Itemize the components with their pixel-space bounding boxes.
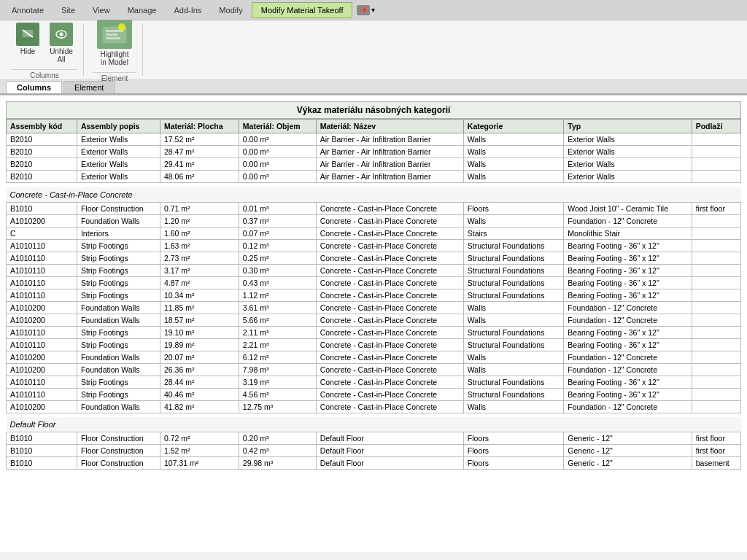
table-row[interactable]: A1010110Strip Footings1.63 m²0.12 m³Conc… bbox=[7, 239, 741, 252]
cell-kategorie: Structural Foundations bbox=[463, 376, 564, 388]
table-row[interactable]: A1010110Strip Footings28.44 m²3.19 m³Con… bbox=[7, 376, 741, 388]
cell-podlazi bbox=[692, 363, 740, 376]
cell-assembly_kod: C bbox=[7, 227, 77, 239]
cell-plocha: 3.17 m² bbox=[160, 264, 239, 276]
ribbon: Annotate Site View Manage Add-Ins Modify… bbox=[0, 0, 747, 96]
cell-assembly_popis: Strip Footings bbox=[77, 338, 160, 351]
table-row[interactable]: A1010200Foundation Walls11.85 m²3.61 m³C… bbox=[7, 301, 741, 314]
cell-plocha: 4.87 m² bbox=[160, 276, 239, 289]
table-row[interactable]: A1010200Foundation Walls20.07 m²6.12 m³C… bbox=[7, 351, 741, 363]
cell-nazev: Concrete - Cast-in-Place Concrete bbox=[316, 252, 463, 264]
col-assembly-popis: Assembly popis bbox=[77, 120, 160, 133]
cell-plocha: 1.60 m² bbox=[160, 227, 239, 239]
table-row[interactable]: A1010200Foundation Walls41.82 m²12.75 m³… bbox=[7, 400, 741, 413]
cell-podlazi bbox=[692, 227, 740, 239]
cell-assembly_kod: A1010110 bbox=[7, 338, 77, 351]
cell-assembly_popis: Foundation Walls bbox=[77, 214, 160, 227]
cell-objem: 0.37 m³ bbox=[239, 214, 316, 227]
dropdown-arrow-icon[interactable]: ▾ bbox=[371, 6, 375, 14]
cell-objem: 3.19 m³ bbox=[239, 376, 316, 388]
cell-nazev: Concrete - Cast-in-Place Concrete bbox=[316, 301, 463, 314]
cell-podlazi bbox=[692, 158, 740, 171]
table-row[interactable]: B2010Exterior Walls29.41 m²0.00 m³Air Ba… bbox=[7, 158, 741, 171]
table-row[interactable]: A1010110Strip Footings2.73 m²0.25 m³Conc… bbox=[7, 252, 741, 264]
tab-addins[interactable]: Add-Ins bbox=[165, 3, 210, 18]
table-row[interactable]: A1010110Strip Footings19.10 m²2.11 m³Con… bbox=[7, 326, 741, 338]
cell-plocha: 11.85 m² bbox=[160, 301, 239, 314]
table-row[interactable]: A1010200Foundation Walls18.57 m²5.66 m³C… bbox=[7, 314, 741, 326]
cell-podlazi: first floor bbox=[692, 432, 740, 445]
table-row[interactable]: B1010Floor Construction107.31 m²29.98 m³… bbox=[7, 457, 741, 470]
section-header: Default Floor bbox=[7, 417, 741, 432]
table-row[interactable]: B1010Floor Construction1.52 m²0.42 m³Def… bbox=[7, 445, 741, 457]
table-row[interactable]: A1010110Strip Footings3.17 m²0.30 m³Conc… bbox=[7, 264, 741, 276]
cell-assembly_kod: A1010110 bbox=[7, 388, 77, 400]
cell-plocha: 1.20 m² bbox=[160, 214, 239, 227]
cell-assembly_kod: B1010 bbox=[7, 445, 77, 457]
cell-assembly_kod: A1010110 bbox=[7, 239, 77, 252]
cell-nazev: Concrete - Cast-in-Place Concrete bbox=[316, 363, 463, 376]
cell-plocha: 19.10 m² bbox=[160, 326, 239, 338]
cell-plocha: 26.36 m² bbox=[160, 363, 239, 376]
cell-typ: Generic - 12" bbox=[564, 445, 692, 457]
highlight-button[interactable]: Highlight in Model bbox=[93, 17, 136, 69]
hide-icon bbox=[16, 23, 39, 46]
cell-nazev: Concrete - Cast-in-Place Concrete bbox=[316, 239, 463, 252]
cell-nazev: Default Floor bbox=[316, 445, 463, 457]
cell-assembly_kod: A1010110 bbox=[7, 376, 77, 388]
table-row[interactable]: A1010110Strip Footings4.87 m²0.43 m³Conc… bbox=[7, 276, 741, 289]
table-row[interactable]: CInteriors1.60 m²0.07 m³Concrete - Cast-… bbox=[7, 227, 741, 239]
tab-modify[interactable]: Modify bbox=[210, 3, 251, 18]
table-row[interactable]: A1010200Foundation Walls26.36 m²7.98 m³C… bbox=[7, 363, 741, 376]
subtab-columns[interactable]: Columns bbox=[6, 81, 62, 93]
tab-manage[interactable]: Manage bbox=[119, 3, 166, 18]
table-row[interactable]: B1010Floor Construction0.72 m²0.20 m³Def… bbox=[7, 432, 741, 445]
cell-kategorie: Structural Foundations bbox=[463, 326, 564, 338]
cell-objem: 2.21 m³ bbox=[239, 338, 316, 351]
cell-assembly_popis: Foundation Walls bbox=[77, 301, 160, 314]
table-row[interactable]: A1010110Strip Footings40.46 m²4.56 m³Con… bbox=[7, 388, 741, 400]
cell-assembly_kod: A1010110 bbox=[7, 252, 77, 264]
cell-assembly_popis: Strip Footings bbox=[77, 326, 160, 338]
table-title: Výkaz materiálu násobných kategorií bbox=[6, 101, 741, 119]
cell-typ: Monolithic Stair bbox=[564, 227, 692, 239]
cell-typ: Bearing Footing - 36" x 12" bbox=[564, 276, 692, 289]
cell-assembly_kod: B1010 bbox=[7, 457, 77, 470]
tab-annotate[interactable]: Annotate bbox=[3, 3, 53, 18]
cell-kategorie: Floors bbox=[463, 445, 564, 457]
cell-objem: 4.56 m³ bbox=[239, 388, 316, 400]
cell-podlazi bbox=[692, 252, 740, 264]
tab-site[interactable]: Site bbox=[53, 3, 84, 18]
cell-objem: 29.98 m³ bbox=[239, 457, 316, 470]
table-row[interactable]: A1010110Strip Footings10.34 m²1.12 m³Con… bbox=[7, 289, 741, 301]
cell-objem: 0.00 m³ bbox=[239, 146, 316, 158]
cell-nazev: Concrete - Cast-in-Place Concrete bbox=[316, 388, 463, 400]
table-row[interactable]: B1010Floor Construction0.71 m²0.01 m³Con… bbox=[7, 202, 741, 214]
table-row[interactable]: A1010200Foundation Walls1.20 m²0.37 m³Co… bbox=[7, 214, 741, 227]
cell-assembly_kod: A1010200 bbox=[7, 214, 77, 227]
cell-assembly_kod: A1010110 bbox=[7, 289, 77, 301]
table-row[interactable]: B2010Exterior Walls17.52 m²0.00 m³Air Ba… bbox=[7, 133, 741, 146]
unhide-button[interactable]: Unhide All bbox=[45, 20, 77, 66]
svg-point-3 bbox=[60, 33, 63, 36]
tab-view[interactable]: View bbox=[84, 3, 119, 18]
cell-kategorie: Structural Foundations bbox=[463, 289, 564, 301]
pin-icon: 📌 bbox=[357, 5, 370, 15]
cell-typ: Bearing Footing - 36" x 12" bbox=[564, 326, 692, 338]
tab-modify-material-takeoff[interactable]: Modify Material Takeoff bbox=[252, 2, 353, 18]
table-header-row: Assembly kód Assembly popis Materiál: Pl… bbox=[7, 120, 741, 133]
table-row[interactable]: B2010Exterior Walls48.06 m²0.00 m³Air Ba… bbox=[7, 171, 741, 183]
subtab-element[interactable]: Element bbox=[63, 81, 115, 93]
cell-assembly_kod: B1010 bbox=[7, 202, 77, 214]
cell-assembly_kod: A1010110 bbox=[7, 326, 77, 338]
cell-assembly_kod: A1010200 bbox=[7, 400, 77, 413]
cell-assembly_popis: Strip Footings bbox=[77, 239, 160, 252]
cell-plocha: 0.72 m² bbox=[160, 432, 239, 445]
cell-objem: 2.11 m³ bbox=[239, 326, 316, 338]
hide-button[interactable]: Hide bbox=[12, 20, 44, 66]
table-row[interactable]: A1010110Strip Footings19.89 m²2.21 m³Con… bbox=[7, 338, 741, 351]
cell-plocha: 10.34 m² bbox=[160, 289, 239, 301]
cell-plocha: 1.63 m² bbox=[160, 239, 239, 252]
cell-kategorie: Structural Foundations bbox=[463, 338, 564, 351]
table-row[interactable]: B2010Exterior Walls28.47 m²0.00 m³Air Ba… bbox=[7, 146, 741, 158]
